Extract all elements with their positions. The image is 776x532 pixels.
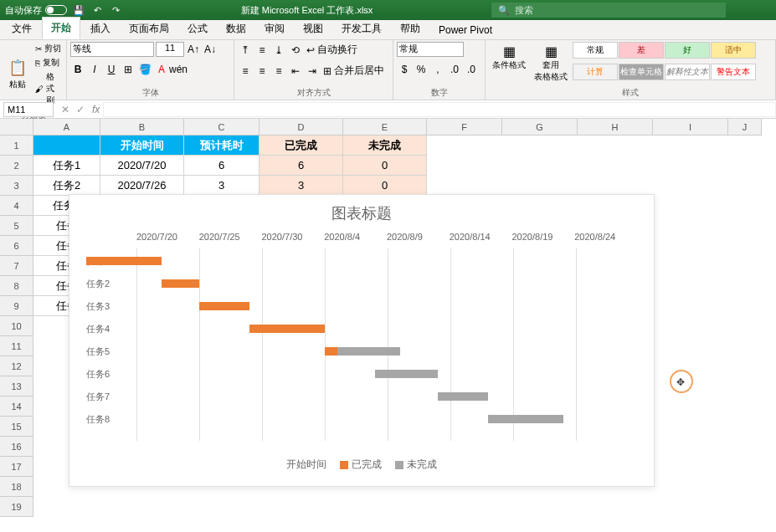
row-header[interactable]: 2 — [0, 156, 33, 176]
fx-icon[interactable]: fx — [92, 104, 100, 115]
row-header[interactable]: 17 — [0, 457, 33, 477]
cell[interactable]: 预计耗时 — [184, 136, 260, 156]
font-size-select[interactable]: 11 — [156, 42, 184, 57]
tab-file[interactable]: 文件 — [3, 18, 40, 39]
row-header[interactable]: 1 — [0, 136, 33, 156]
row-header[interactable]: 10 — [0, 316, 33, 336]
tab-dev[interactable]: 开发工具 — [333, 18, 390, 39]
row-header[interactable]: 13 — [0, 376, 33, 396]
row-header[interactable]: 19 — [0, 497, 33, 517]
row-header[interactable]: 16 — [0, 437, 33, 457]
col-header[interactable]: I — [653, 119, 728, 136]
row-header[interactable]: 7 — [0, 256, 33, 276]
style-warn[interactable]: 警告文本 — [711, 64, 756, 80]
enter-icon[interactable]: ✓ — [74, 104, 87, 115]
legend-item[interactable]: 已完成 — [340, 458, 382, 472]
search-box[interactable]: 🔍 搜索 — [491, 3, 726, 18]
merge-button[interactable]: ⊞合并后居中 — [321, 63, 386, 79]
bar-done[interactable] — [199, 302, 249, 310]
bar-undone[interactable] — [488, 415, 563, 423]
paste-button[interactable]: 📋 粘贴 — [3, 42, 32, 107]
cell[interactable]: 开始时间 — [100, 136, 184, 156]
save-icon[interactable]: 💾 — [72, 3, 85, 17]
italic-button[interactable]: I — [87, 62, 102, 77]
row-header[interactable]: 15 — [0, 417, 33, 437]
legend-item[interactable]: 未完成 — [395, 458, 437, 472]
cell[interactable]: 3 — [260, 176, 343, 196]
underline-button[interactable]: U — [104, 62, 119, 77]
col-header[interactable]: C — [184, 119, 260, 136]
tab-data[interactable]: 数据 — [218, 18, 254, 39]
gantt-chart[interactable]: 图表标题 2020/7/202020/7/252020/7/302020/8/4… — [69, 194, 655, 487]
chart-title[interactable]: 图表标题 — [69, 195, 654, 232]
align-bot-icon[interactable]: ⤓ — [271, 43, 286, 58]
col-header[interactable]: B — [100, 119, 184, 136]
tab-review[interactable]: 审阅 — [256, 18, 293, 39]
row-header[interactable]: 11 — [0, 336, 33, 356]
cell[interactable]: 任务1 — [33, 156, 100, 176]
style-neutral[interactable]: 适中 — [711, 42, 756, 59]
align-center-icon[interactable]: ≡ — [254, 64, 270, 79]
tab-help[interactable]: 帮助 — [392, 18, 429, 39]
bar-undone[interactable] — [375, 370, 438, 378]
tab-formulas[interactable]: 公式 — [179, 18, 216, 39]
col-header[interactable]: E — [343, 119, 427, 136]
col-header[interactable]: F — [427, 119, 502, 136]
style-explain[interactable]: 解释性文本 — [665, 64, 710, 80]
row-header[interactable]: 8 — [0, 276, 33, 296]
fill-color-button[interactable]: 🪣 — [137, 62, 152, 77]
cell[interactable]: 0 — [343, 176, 427, 196]
cell[interactable]: 3 — [184, 176, 260, 196]
style-good[interactable]: 好 — [665, 42, 710, 59]
undo-icon[interactable]: ↶ — [90, 3, 104, 17]
row-header[interactable]: 9 — [0, 296, 33, 316]
tab-view[interactable]: 视图 — [295, 18, 331, 39]
align-mid-icon[interactable]: ≡ — [254, 43, 270, 58]
font-name-select[interactable]: 等线 — [70, 42, 154, 57]
style-bad[interactable]: 差 — [619, 42, 664, 59]
percent-icon[interactable]: % — [414, 62, 429, 77]
col-header[interactable]: G — [502, 119, 578, 136]
inc-decimal-icon[interactable]: .0 — [447, 62, 462, 77]
col-header[interactable]: H — [578, 119, 653, 136]
cell-styles-gallery[interactable]: 常规 差 好 适中 计算 检查单元格 解释性文本 警告文本 — [573, 42, 757, 84]
align-right-icon[interactable]: ≡ — [271, 64, 286, 79]
cut-button[interactable]: ✂剪切 — [33, 42, 63, 55]
cell[interactable]: 6 — [260, 156, 343, 176]
cond-format-button[interactable]: ▦ 条件格式 — [489, 42, 529, 84]
cancel-icon[interactable]: ✕ — [59, 104, 72, 115]
row-header[interactable]: 3 — [0, 176, 33, 196]
cell[interactable]: 已完成 — [260, 136, 343, 156]
worksheet[interactable]: A B C D E F G H I J 12345678910111213141… — [0, 119, 776, 532]
style-normal[interactable]: 常规 — [573, 42, 618, 59]
border-button[interactable]: ⊞ — [121, 62, 136, 77]
cell[interactable]: 未完成 — [343, 136, 427, 156]
dec-decimal-icon[interactable]: .0 — [464, 62, 479, 77]
wrap-text-button[interactable]: ↩自动换行 — [305, 42, 359, 58]
bar-undone[interactable] — [438, 392, 488, 401]
name-box[interactable] — [3, 102, 54, 117]
cell[interactable]: 2020/7/26 — [100, 176, 184, 196]
copy-button[interactable]: ⎘复制 — [33, 56, 63, 69]
select-all-corner[interactable] — [0, 119, 33, 136]
formula-bar[interactable] — [103, 102, 776, 117]
tab-powerpivot[interactable]: Power Pivot — [430, 21, 501, 39]
cell[interactable]: 任务2 — [33, 176, 100, 196]
orientation-icon[interactable]: ⟲ — [288, 43, 303, 58]
bar-done[interactable] — [325, 347, 337, 356]
row-header[interactable]: 5 — [0, 216, 33, 236]
row-header[interactable]: 18 — [0, 477, 33, 497]
row-header[interactable]: 14 — [0, 396, 33, 417]
row-header[interactable]: 12 — [0, 356, 33, 376]
cell[interactable]: 2020/7/20 — [100, 156, 184, 176]
col-header[interactable]: A — [33, 119, 100, 136]
indent-inc-icon[interactable]: ⇥ — [305, 64, 320, 79]
col-header[interactable]: D — [260, 119, 343, 136]
redo-icon[interactable]: ↷ — [109, 3, 122, 17]
font-color-button[interactable]: A — [154, 62, 169, 77]
indent-dec-icon[interactable]: ⇤ — [288, 64, 303, 79]
number-format-select[interactable]: 常规 — [397, 42, 464, 57]
row-header[interactable]: 6 — [0, 236, 33, 256]
table-format-button[interactable]: ▦ 套用 表格格式 — [531, 42, 571, 84]
cell[interactable]: 6 — [184, 156, 260, 176]
